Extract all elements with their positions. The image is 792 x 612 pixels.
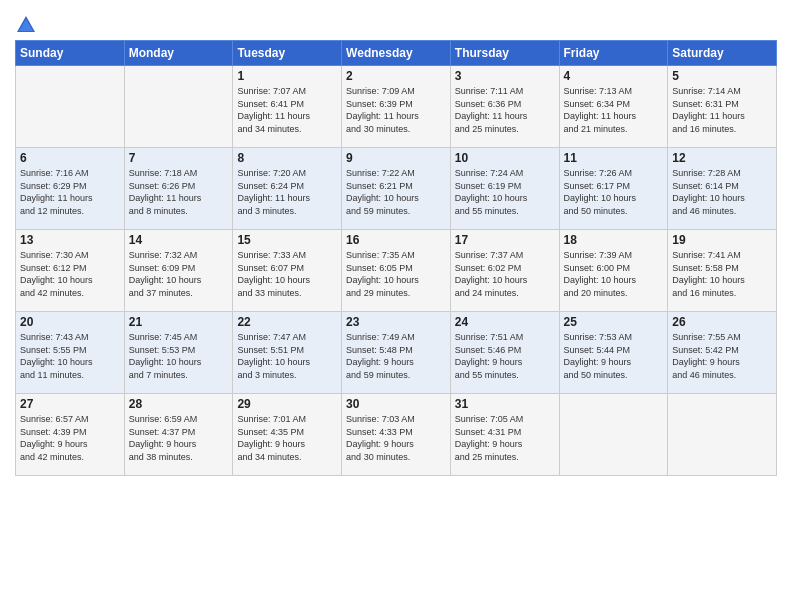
calendar-cell	[124, 66, 233, 148]
day-info: Sunrise: 7:20 AM Sunset: 6:24 PM Dayligh…	[237, 167, 337, 217]
header	[15, 10, 777, 36]
calendar-cell: 28Sunrise: 6:59 AM Sunset: 4:37 PM Dayli…	[124, 394, 233, 476]
calendar-cell: 21Sunrise: 7:45 AM Sunset: 5:53 PM Dayli…	[124, 312, 233, 394]
calendar-cell: 16Sunrise: 7:35 AM Sunset: 6:05 PM Dayli…	[342, 230, 451, 312]
day-number: 27	[20, 397, 120, 411]
day-info: Sunrise: 7:09 AM Sunset: 6:39 PM Dayligh…	[346, 85, 446, 135]
calendar-cell: 7Sunrise: 7:18 AM Sunset: 6:26 PM Daylig…	[124, 148, 233, 230]
calendar-cell: 31Sunrise: 7:05 AM Sunset: 4:31 PM Dayli…	[450, 394, 559, 476]
calendar-table: SundayMondayTuesdayWednesdayThursdayFrid…	[15, 40, 777, 476]
day-number: 30	[346, 397, 446, 411]
day-number: 14	[129, 233, 229, 247]
day-info: Sunrise: 7:49 AM Sunset: 5:48 PM Dayligh…	[346, 331, 446, 381]
calendar-cell: 3Sunrise: 7:11 AM Sunset: 6:36 PM Daylig…	[450, 66, 559, 148]
day-number: 10	[455, 151, 555, 165]
weekday-header-row: SundayMondayTuesdayWednesdayThursdayFrid…	[16, 41, 777, 66]
calendar-cell: 5Sunrise: 7:14 AM Sunset: 6:31 PM Daylig…	[668, 66, 777, 148]
day-info: Sunrise: 7:18 AM Sunset: 6:26 PM Dayligh…	[129, 167, 229, 217]
day-number: 12	[672, 151, 772, 165]
calendar-cell: 4Sunrise: 7:13 AM Sunset: 6:34 PM Daylig…	[559, 66, 668, 148]
calendar-cell: 20Sunrise: 7:43 AM Sunset: 5:55 PM Dayli…	[16, 312, 125, 394]
calendar-cell	[559, 394, 668, 476]
day-number: 8	[237, 151, 337, 165]
calendar-cell: 30Sunrise: 7:03 AM Sunset: 4:33 PM Dayli…	[342, 394, 451, 476]
day-number: 6	[20, 151, 120, 165]
calendar-cell: 15Sunrise: 7:33 AM Sunset: 6:07 PM Dayli…	[233, 230, 342, 312]
day-info: Sunrise: 7:14 AM Sunset: 6:31 PM Dayligh…	[672, 85, 772, 135]
calendar-cell: 19Sunrise: 7:41 AM Sunset: 5:58 PM Dayli…	[668, 230, 777, 312]
day-number: 4	[564, 69, 664, 83]
day-info: Sunrise: 7:41 AM Sunset: 5:58 PM Dayligh…	[672, 249, 772, 299]
day-info: Sunrise: 7:53 AM Sunset: 5:44 PM Dayligh…	[564, 331, 664, 381]
day-info: Sunrise: 7:39 AM Sunset: 6:00 PM Dayligh…	[564, 249, 664, 299]
calendar-cell	[16, 66, 125, 148]
day-number: 22	[237, 315, 337, 329]
day-info: Sunrise: 7:35 AM Sunset: 6:05 PM Dayligh…	[346, 249, 446, 299]
calendar-cell: 29Sunrise: 7:01 AM Sunset: 4:35 PM Dayli…	[233, 394, 342, 476]
calendar-cell: 10Sunrise: 7:24 AM Sunset: 6:19 PM Dayli…	[450, 148, 559, 230]
day-info: Sunrise: 7:13 AM Sunset: 6:34 PM Dayligh…	[564, 85, 664, 135]
calendar-cell: 27Sunrise: 6:57 AM Sunset: 4:39 PM Dayli…	[16, 394, 125, 476]
day-info: Sunrise: 7:45 AM Sunset: 5:53 PM Dayligh…	[129, 331, 229, 381]
day-info: Sunrise: 7:11 AM Sunset: 6:36 PM Dayligh…	[455, 85, 555, 135]
day-number: 29	[237, 397, 337, 411]
day-number: 3	[455, 69, 555, 83]
day-number: 5	[672, 69, 772, 83]
calendar-cell: 14Sunrise: 7:32 AM Sunset: 6:09 PM Dayli…	[124, 230, 233, 312]
weekday-header-sunday: Sunday	[16, 41, 125, 66]
day-number: 21	[129, 315, 229, 329]
calendar-cell: 17Sunrise: 7:37 AM Sunset: 6:02 PM Dayli…	[450, 230, 559, 312]
day-info: Sunrise: 7:32 AM Sunset: 6:09 PM Dayligh…	[129, 249, 229, 299]
day-info: Sunrise: 7:05 AM Sunset: 4:31 PM Dayligh…	[455, 413, 555, 463]
day-number: 25	[564, 315, 664, 329]
day-number: 19	[672, 233, 772, 247]
day-info: Sunrise: 7:01 AM Sunset: 4:35 PM Dayligh…	[237, 413, 337, 463]
day-info: Sunrise: 7:30 AM Sunset: 6:12 PM Dayligh…	[20, 249, 120, 299]
calendar-cell: 11Sunrise: 7:26 AM Sunset: 6:17 PM Dayli…	[559, 148, 668, 230]
calendar-week-row: 1Sunrise: 7:07 AM Sunset: 6:41 PM Daylig…	[16, 66, 777, 148]
calendar-week-row: 27Sunrise: 6:57 AM Sunset: 4:39 PM Dayli…	[16, 394, 777, 476]
calendar-week-row: 13Sunrise: 7:30 AM Sunset: 6:12 PM Dayli…	[16, 230, 777, 312]
day-number: 13	[20, 233, 120, 247]
day-number: 9	[346, 151, 446, 165]
logo	[15, 14, 40, 36]
day-number: 16	[346, 233, 446, 247]
day-info: Sunrise: 7:37 AM Sunset: 6:02 PM Dayligh…	[455, 249, 555, 299]
calendar-cell: 24Sunrise: 7:51 AM Sunset: 5:46 PM Dayli…	[450, 312, 559, 394]
day-info: Sunrise: 6:59 AM Sunset: 4:37 PM Dayligh…	[129, 413, 229, 463]
day-number: 11	[564, 151, 664, 165]
day-info: Sunrise: 7:03 AM Sunset: 4:33 PM Dayligh…	[346, 413, 446, 463]
calendar-cell: 6Sunrise: 7:16 AM Sunset: 6:29 PM Daylig…	[16, 148, 125, 230]
day-number: 24	[455, 315, 555, 329]
day-number: 17	[455, 233, 555, 247]
day-info: Sunrise: 7:26 AM Sunset: 6:17 PM Dayligh…	[564, 167, 664, 217]
weekday-header-saturday: Saturday	[668, 41, 777, 66]
day-number: 7	[129, 151, 229, 165]
day-number: 28	[129, 397, 229, 411]
day-info: Sunrise: 6:57 AM Sunset: 4:39 PM Dayligh…	[20, 413, 120, 463]
calendar-week-row: 20Sunrise: 7:43 AM Sunset: 5:55 PM Dayli…	[16, 312, 777, 394]
weekday-header-wednesday: Wednesday	[342, 41, 451, 66]
day-number: 23	[346, 315, 446, 329]
calendar-cell	[668, 394, 777, 476]
day-number: 2	[346, 69, 446, 83]
day-info: Sunrise: 7:16 AM Sunset: 6:29 PM Dayligh…	[20, 167, 120, 217]
calendar-cell: 26Sunrise: 7:55 AM Sunset: 5:42 PM Dayli…	[668, 312, 777, 394]
day-info: Sunrise: 7:22 AM Sunset: 6:21 PM Dayligh…	[346, 167, 446, 217]
day-number: 26	[672, 315, 772, 329]
day-number: 15	[237, 233, 337, 247]
day-number: 20	[20, 315, 120, 329]
day-info: Sunrise: 7:51 AM Sunset: 5:46 PM Dayligh…	[455, 331, 555, 381]
calendar-cell: 2Sunrise: 7:09 AM Sunset: 6:39 PM Daylig…	[342, 66, 451, 148]
day-number: 18	[564, 233, 664, 247]
day-number: 31	[455, 397, 555, 411]
weekday-header-tuesday: Tuesday	[233, 41, 342, 66]
weekday-header-monday: Monday	[124, 41, 233, 66]
calendar-page: SundayMondayTuesdayWednesdayThursdayFrid…	[0, 0, 792, 486]
day-info: Sunrise: 7:28 AM Sunset: 6:14 PM Dayligh…	[672, 167, 772, 217]
calendar-week-row: 6Sunrise: 7:16 AM Sunset: 6:29 PM Daylig…	[16, 148, 777, 230]
calendar-cell: 13Sunrise: 7:30 AM Sunset: 6:12 PM Dayli…	[16, 230, 125, 312]
calendar-cell: 12Sunrise: 7:28 AM Sunset: 6:14 PM Dayli…	[668, 148, 777, 230]
logo-icon	[15, 14, 37, 36]
weekday-header-friday: Friday	[559, 41, 668, 66]
